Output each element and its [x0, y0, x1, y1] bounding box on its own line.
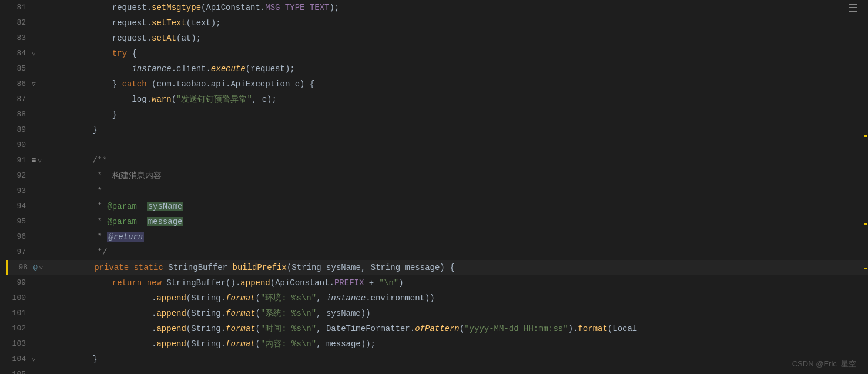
- code-line: 90: [6, 138, 868, 153]
- code-line: 102 .append(String.format("时间: %s\n", Da…: [6, 321, 868, 336]
- token: [53, 49, 112, 58]
- token: (: [256, 324, 260, 333]
- line-number: 100: [6, 290, 32, 306]
- token: StringBuffer: [166, 278, 226, 288]
- code-line: 87 log.warn("发送钉钉预警异常", e);: [6, 92, 868, 107]
- token: }: [53, 355, 98, 364]
- token: try: [112, 49, 127, 58]
- token: request.: [53, 3, 152, 12]
- token: request.: [53, 18, 152, 28]
- token: append: [156, 309, 186, 318]
- line-number: 92: [6, 168, 32, 183]
- line-number: 98: [8, 260, 33, 275]
- token: "发送钉钉预警异常": [176, 95, 252, 104]
- code-content[interactable]: 81 request.setMsgtype(ApiConstant.MSG_TY…: [0, 0, 868, 374]
- line-text: log.warn("发送钉钉预警异常", e);: [53, 92, 868, 107]
- token: .environment)): [366, 293, 435, 303]
- line-text: *: [53, 183, 868, 199]
- token: *: [53, 202, 107, 211]
- token: *: [53, 217, 107, 226]
- token: "时间: %s\n": [260, 324, 316, 333]
- fold-marker[interactable]: ▽: [32, 352, 36, 367]
- code-line: 93 *: [6, 183, 868, 199]
- code-line: 84▽ try {: [6, 46, 868, 61]
- token: setAt: [152, 34, 176, 43]
- token: .: [53, 339, 156, 349]
- token: [137, 217, 147, 226]
- fold-marker[interactable]: ▽: [32, 46, 36, 61]
- line-number: 97: [6, 245, 32, 260]
- line-text: /**: [53, 153, 868, 168]
- gutter-markers: ≡▽: [32, 153, 53, 168]
- line-number: 95: [6, 214, 32, 229]
- line-number: 89: [6, 122, 32, 138]
- token: append: [240, 278, 270, 288]
- code-line: 101 .append(String.format("系统: %s\n", sy…: [6, 306, 868, 321]
- code-line: 104▽ }: [6, 352, 868, 367]
- fold-marker[interactable]: ▽: [39, 260, 43, 275]
- token: private: [94, 263, 129, 272]
- line-number: 82: [6, 15, 32, 31]
- code-line: 92 * 构建消息内容: [6, 168, 868, 183]
- line-text: * 构建消息内容: [53, 168, 868, 183]
- token: {: [127, 49, 137, 58]
- line-text: }: [53, 107, 868, 122]
- code-line: 103 .append(String.format("内容: %s\n", me…: [6, 336, 868, 352]
- token: StringBuffer: [163, 263, 233, 272]
- token: PREFIX: [334, 278, 364, 288]
- token: request.: [53, 34, 152, 43]
- line-text: request.setText(text);: [53, 15, 868, 31]
- change-marker-2: [864, 223, 867, 225]
- code-line: 95 * @param message: [6, 214, 868, 229]
- code-line: 83 request.setAt(at);: [6, 31, 868, 46]
- line-number: 88: [6, 107, 32, 122]
- token: /**: [53, 156, 107, 165]
- token: (ApiConstant.: [270, 278, 334, 288]
- line-number: 96: [6, 229, 32, 245]
- line-text: */: [53, 245, 868, 260]
- line-number: 91: [6, 153, 32, 168]
- line-number: 85: [6, 61, 32, 76]
- token: format: [226, 309, 255, 318]
- menu-line: [849, 4, 857, 5]
- fold-marker[interactable]: ▽: [32, 76, 36, 92]
- line-number: 86: [6, 76, 32, 92]
- equals-icon: ≡: [32, 153, 36, 168]
- menu-icon: [849, 0, 857, 15]
- token: (: [256, 339, 260, 349]
- line-number: 103: [6, 336, 32, 352]
- token: ofPattern: [415, 324, 460, 333]
- menu-line: [849, 7, 857, 8]
- code-line: 82 request.setText(text);: [6, 15, 868, 31]
- code-line: 94 * @param sysName: [6, 199, 868, 214]
- token: buildPrefix: [232, 263, 286, 272]
- token: format: [226, 339, 255, 349]
- token: );: [329, 3, 339, 12]
- at-marker: @: [33, 260, 38, 275]
- token: [137, 202, 147, 211]
- token: (String.: [186, 293, 226, 303]
- token: 构建消息内容: [112, 171, 162, 181]
- token: append: [156, 339, 186, 349]
- menu-line: [849, 11, 857, 12]
- line-text: .append(String.format("环境: %s\n", instan…: [53, 290, 868, 306]
- token: [53, 278, 112, 288]
- token: (String sysName, String message) {: [287, 263, 455, 272]
- line-text: * @param message: [53, 214, 868, 229]
- line-text: .append(String.format("内容: %s\n", messag…: [53, 336, 868, 352]
- token: , message));: [316, 339, 376, 349]
- fold-marker[interactable]: ▽: [38, 153, 42, 168]
- line-number: 101: [6, 306, 32, 321]
- token: , sysName)): [316, 309, 370, 318]
- line-text: * @param sysName: [53, 199, 868, 214]
- gutter-markers: ▽: [32, 352, 53, 367]
- line-number: 84: [6, 46, 32, 61]
- token: (request);: [246, 64, 295, 74]
- token: execute: [211, 64, 246, 74]
- token: (text);: [186, 18, 221, 28]
- token: +: [364, 278, 378, 288]
- token: }: [53, 110, 117, 119]
- token: , e);: [252, 95, 277, 104]
- token: .: [53, 293, 156, 303]
- code-line: 96 * @return: [6, 229, 868, 245]
